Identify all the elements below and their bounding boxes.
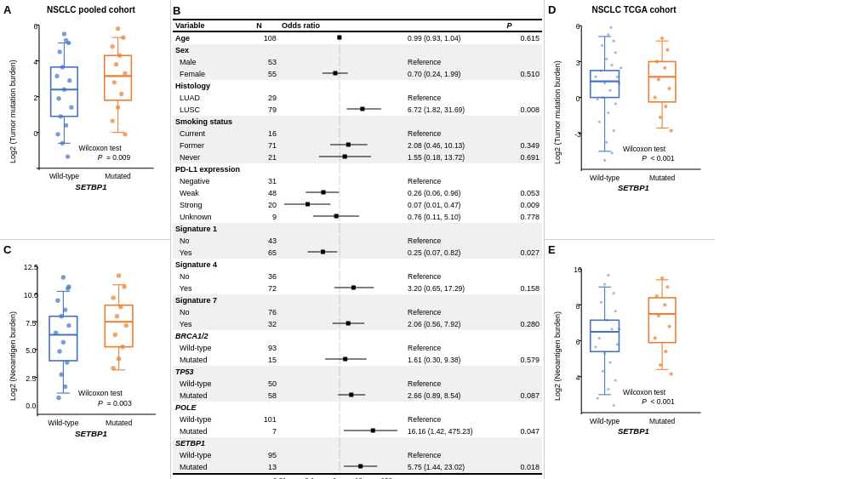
forest-or-svg	[284, 247, 399, 257]
forest-plot-cell	[279, 437, 405, 449]
svg-point-17	[67, 78, 71, 83]
forest-ci: 1.61 (0.30, 9.38)	[405, 354, 504, 366]
svg-point-250	[613, 292, 615, 294]
forest-or-svg	[284, 413, 399, 424]
forest-n	[254, 80, 279, 92]
forest-n: 29	[254, 92, 279, 104]
svg-point-217	[665, 48, 669, 52]
forest-plot-cell	[279, 390, 405, 402]
svg-point-278	[654, 336, 657, 339]
forest-variable: Strong	[173, 199, 254, 211]
forest-or-svg	[284, 449, 399, 459]
forest-variable: Yes	[173, 247, 254, 259]
forest-pvalue	[505, 366, 542, 378]
svg-point-261	[607, 388, 609, 391]
table-row: Smoking status	[173, 116, 542, 128]
forest-n	[254, 116, 279, 128]
forest-n: 95	[254, 449, 279, 461]
table-row: Signature 4	[173, 259, 542, 271]
svg-text:Mutated: Mutated	[105, 172, 131, 180]
table-row: TP53	[173, 366, 542, 378]
forest-or-svg	[284, 140, 399, 150]
forest-ci	[405, 330, 504, 342]
forest-n: 15	[254, 354, 279, 366]
svg-rect-171	[371, 429, 375, 433]
svg-text:0: 0	[576, 94, 580, 103]
forest-variable: Histology	[173, 80, 254, 92]
svg-text:SETBP1: SETBP1	[618, 426, 649, 436]
forest-or-svg	[284, 187, 399, 197]
forest-ci: 0.99 (0.93, 1.04)	[405, 31, 504, 44]
forest-variable: BRCA1/2	[173, 330, 254, 342]
svg-point-203	[605, 141, 608, 144]
forest-pvalue: 0.579	[505, 354, 542, 366]
table-row: Negative31Reference	[173, 175, 542, 187]
svg-text:0: 0	[33, 129, 37, 138]
table-row: POLE	[173, 402, 542, 413]
forest-or-svg	[284, 92, 399, 102]
forest-variable: No	[173, 306, 254, 318]
forest-plot-cell	[279, 378, 405, 390]
panel-E-yaxis: Log2 (Neoantigen burden)	[550, 247, 562, 465]
forest-n: 50	[254, 378, 279, 390]
forest-plot-cell	[279, 449, 405, 461]
forest-ci	[405, 163, 504, 175]
svg-rect-176	[359, 465, 363, 469]
forest-or-svg	[284, 175, 399, 185]
col-header-variable: Variable	[173, 20, 254, 31]
forest-n	[254, 294, 279, 306]
forest-pvalue	[505, 330, 542, 342]
forest-plot-cell	[279, 163, 405, 175]
forest-ci: Reference	[405, 235, 504, 247]
forest-variable: Mutated	[173, 461, 254, 474]
forest-pvalue: 0.008	[505, 104, 542, 116]
svg-point-81	[66, 284, 71, 288]
svg-rect-135	[322, 191, 326, 195]
svg-point-259	[602, 370, 604, 373]
svg-rect-166	[350, 393, 354, 397]
forest-variable: Signature 1	[173, 223, 254, 235]
svg-point-16	[54, 74, 59, 78]
forest-ci: Reference	[405, 175, 504, 187]
forest-or-svg	[284, 366, 399, 376]
svg-point-70	[55, 299, 60, 303]
forest-variable: Wild-type	[173, 449, 254, 461]
forest-or-svg	[284, 390, 399, 400]
table-row: Current16Reference	[173, 128, 542, 140]
forest-variable: Yes	[173, 318, 254, 330]
forest-n: 53	[254, 56, 279, 68]
svg-point-258	[608, 361, 611, 363]
forest-pvalue: 0.027	[505, 247, 542, 259]
forest-pvalue	[505, 378, 542, 390]
forest-plot-cell	[279, 223, 405, 235]
forest-pvalue: 0.778	[505, 211, 542, 223]
svg-point-94	[113, 333, 117, 337]
forest-ci: Reference	[405, 92, 504, 104]
table-row: Weak480.26 (0.06, 0.96)0.053	[173, 187, 542, 199]
forest-or-svg	[284, 56, 399, 66]
forest-ci: 0.25 (0.07, 0.82)	[405, 247, 504, 259]
forest-pvalue	[505, 128, 542, 140]
svg-text:Mutated: Mutated	[106, 419, 133, 427]
svg-point-193	[610, 64, 613, 66]
forest-or-svg	[284, 342, 399, 352]
forest-pvalue	[505, 402, 542, 413]
forest-or-svg	[284, 282, 399, 293]
forest-pvalue: 0.009	[505, 199, 542, 211]
forest-variable: Male	[173, 56, 254, 68]
forest-pvalue: 0.047	[505, 425, 542, 437]
table-row: Signature 7	[173, 294, 542, 306]
forest-n: 32	[254, 318, 279, 330]
svg-point-24	[66, 154, 70, 158]
forest-ci	[405, 402, 504, 413]
forest-pvalue	[505, 56, 542, 68]
forest-or-svg	[284, 259, 399, 269]
svg-rect-82	[49, 316, 77, 361]
svg-point-13	[58, 49, 62, 54]
forest-n: 55	[254, 68, 279, 80]
svg-point-273	[665, 285, 669, 288]
table-row: No43Reference	[173, 235, 542, 247]
forest-or-svg	[284, 354, 399, 364]
svg-point-73	[66, 323, 71, 328]
svg-point-88	[117, 273, 121, 277]
